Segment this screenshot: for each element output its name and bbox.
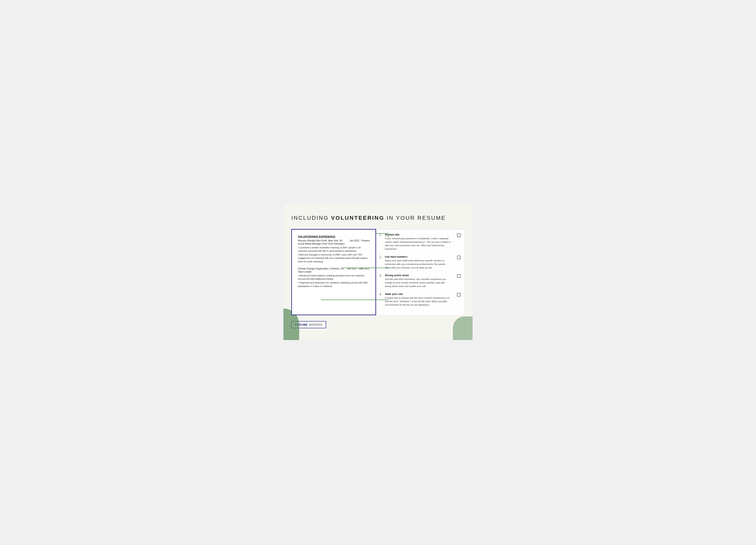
resume-entry-1-bullet-2: • Built and managed a community of 2500+… xyxy=(298,253,370,263)
tip-1-checkbox[interactable] xyxy=(457,233,461,237)
tip-2-text: Use hard numbers Notice how each bullet … xyxy=(385,255,457,269)
tip-4-text: State your role A simple way to indicate… xyxy=(385,293,457,307)
resume-entry-1-bullet-1: • Launched a weekly newsletter reaching … xyxy=(298,246,370,253)
tip-1-text: Section title If your volunteering exper… xyxy=(385,233,457,251)
tip-3-checkbox[interactable] xyxy=(457,274,461,278)
tips-panel: 1. Section title If your volunteering ex… xyxy=(376,229,465,316)
resume-entry-1-header: Resume Worded Non-Profit, New York, NY J… xyxy=(298,239,370,242)
branding-area: RESUME WORDED xyxy=(291,321,465,328)
tip-4-title: State your role xyxy=(385,293,451,296)
resume-entry-2-bullet-2: • Organized and advertised 10+ quarterly… xyxy=(298,281,370,288)
main-container: INCLUDING VOLUNTEERING IN YOUR RESUME VO… xyxy=(283,205,473,340)
resume-entry-2-org: Climate Change Organization, Portland, O… xyxy=(298,267,344,270)
tip-item-4: 4. State your role A simple way to indic… xyxy=(379,293,461,307)
brand-worded-text: WORDED xyxy=(309,323,323,326)
tip-2-checkbox[interactable] xyxy=(457,255,461,259)
tips-content: 1. Section title If your volunteering ex… xyxy=(376,229,465,315)
tip-4-number: 4. xyxy=(379,293,385,296)
page-title: INCLUDING VOLUNTEERING IN YOUR RESUME xyxy=(291,215,465,221)
tip-3-title: Strong action verbs xyxy=(385,274,451,277)
tip-4-description: A simple way to indicate that the roles … xyxy=(385,296,451,307)
tip-1-description: If your volunteering experience is subst… xyxy=(385,237,451,251)
tip-item-3: 3. Strong action verbs Just like paid wo… xyxy=(379,274,461,288)
tip-3-text: Strong action verbs Just like paid work … xyxy=(385,274,457,288)
resume-section: VOLUNTEERING EXPERIENCE Resume Worded No… xyxy=(298,235,370,288)
tip-item-2: 2. Use hard numbers Notice how each bull… xyxy=(379,255,461,269)
green-decoration-right xyxy=(453,317,473,340)
connector-line-1-vertical xyxy=(388,233,389,237)
resume-entry-1-role: Social Media Manager (Part-Time Voluntee… xyxy=(298,242,370,245)
resume-entry-1: Resume Worded Non-Profit, New York, NY J… xyxy=(298,239,370,263)
resume-section-title: VOLUNTEERING EXPERIENCE xyxy=(298,235,370,238)
tip-1-title: Section title xyxy=(385,233,451,236)
connector-line-3 xyxy=(321,300,388,300)
connector-line-2 xyxy=(344,268,388,268)
resume-entry-2-role: Team Leader xyxy=(298,270,370,273)
resume-entry-1-date: Jan 2022 - Present xyxy=(350,239,370,242)
tip-2-number: 2. xyxy=(379,255,385,259)
tip-3-number: 3. xyxy=(379,274,385,277)
resume-card: VOLUNTEERING EXPERIENCE Resume Worded No… xyxy=(291,229,376,316)
tip-2-title: Use hard numbers xyxy=(385,255,451,258)
resume-entry-1-org: Resume Worded Non-Profit, New York, NY xyxy=(298,239,343,242)
content-area: VOLUNTEERING EXPERIENCE Resume Worded No… xyxy=(291,229,465,316)
resume-entry-2-bullet-1: • Introduced online platform enabling do… xyxy=(298,274,370,281)
tip-2-description: Notice how each bullet point references … xyxy=(385,259,451,269)
tip-3-description: Just like paid work experience, any volu… xyxy=(385,278,451,288)
tip-item-1: 1. Section title If your volunteering ex… xyxy=(379,233,461,251)
connector-line-1 xyxy=(375,233,388,234)
tip-4-checkbox[interactable] xyxy=(457,293,461,297)
resume-entry-2: Climate Change Organization, Portland, O… xyxy=(298,267,370,288)
